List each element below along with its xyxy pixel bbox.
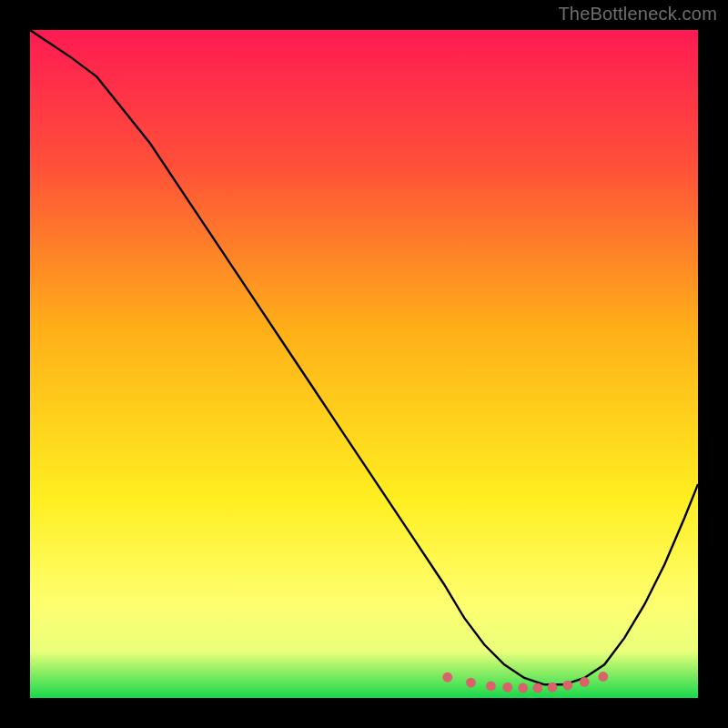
marker-dot xyxy=(598,672,608,682)
marker-dot xyxy=(518,683,528,693)
watermark-text: TheBottleneck.com xyxy=(558,4,717,25)
marker-dot xyxy=(502,682,512,693)
marker-dot xyxy=(562,681,572,691)
marker-dot xyxy=(548,682,558,693)
marker-dot xyxy=(486,681,496,691)
marker-dot xyxy=(580,677,590,687)
plot-area xyxy=(30,30,698,698)
marker-dot xyxy=(442,672,452,682)
gradient-background xyxy=(30,30,698,698)
marker-dot xyxy=(466,678,476,688)
chart-container: TheBottleneck.com xyxy=(0,0,728,728)
marker-dot xyxy=(532,683,542,693)
chart-svg xyxy=(30,30,698,698)
